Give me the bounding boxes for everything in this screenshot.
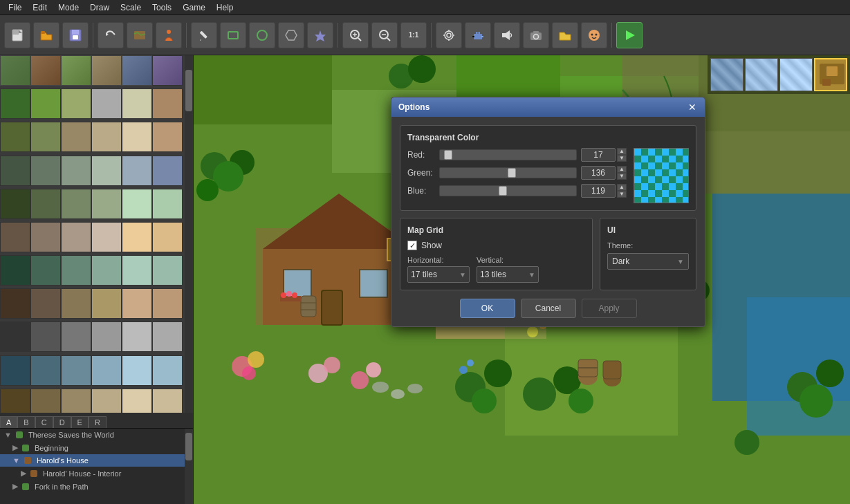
green-decrement-button[interactable]: ▼ xyxy=(617,173,627,180)
toolbar-pencil-button[interactable] xyxy=(191,22,217,48)
tile-cell[interactable] xyxy=(91,355,122,386)
tile-cell[interactable] xyxy=(0,222,30,252)
toolbar-zoom100-button[interactable]: 1:1 xyxy=(400,22,427,48)
tile-cell[interactable] xyxy=(91,55,122,86)
tab-c[interactable]: C xyxy=(35,416,53,428)
layer-item-harolds-interior[interactable]: ▶ Harold' House - Interior xyxy=(0,467,193,480)
tile-cell[interactable] xyxy=(122,156,152,186)
tile-cell[interactable] xyxy=(152,389,183,413)
tab-e[interactable]: E xyxy=(71,416,89,428)
tile-cell[interactable] xyxy=(91,189,122,219)
layer-item-fork[interactable]: ▶ Fork in the Path xyxy=(0,480,193,493)
ok-button[interactable]: OK xyxy=(460,299,515,318)
mini-tile-3[interactable] xyxy=(779,58,813,91)
menu-draw[interactable]: Draw xyxy=(84,1,115,14)
menu-help[interactable]: Help xyxy=(211,1,239,14)
tab-a[interactable]: A xyxy=(0,416,17,428)
toolbar-zoomout-button[interactable] xyxy=(371,22,398,48)
blue-slider-track[interactable] xyxy=(439,185,577,196)
toolbar-folder-button[interactable] xyxy=(552,22,578,48)
red-increment-button[interactable]: ▲ xyxy=(617,148,627,155)
tile-cell[interactable] xyxy=(61,55,91,86)
tab-r[interactable]: R xyxy=(89,416,107,428)
tile-cell[interactable] xyxy=(152,122,183,152)
blue-slider-thumb[interactable] xyxy=(499,186,507,196)
blue-increment-button[interactable]: ▲ xyxy=(617,184,627,191)
green-slider-thumb[interactable] xyxy=(508,168,516,178)
tile-cell[interactable] xyxy=(30,55,61,86)
tile-cell[interactable] xyxy=(0,122,30,152)
tile-cell[interactable] xyxy=(0,189,30,219)
toolbar-rect-button[interactable] xyxy=(220,22,246,48)
tile-cell[interactable] xyxy=(0,321,30,352)
tile-cell[interactable] xyxy=(0,255,30,286)
tile-cell[interactable] xyxy=(122,288,152,319)
toolbar-undo-button[interactable] xyxy=(98,22,124,48)
red-value-input[interactable] xyxy=(581,148,616,162)
tile-cell[interactable] xyxy=(122,189,152,219)
toolbar-select-button[interactable] xyxy=(307,22,333,48)
tile-cell[interactable] xyxy=(61,355,91,386)
green-slider-track[interactable] xyxy=(439,167,577,178)
tile-grid-scrollbar[interactable] xyxy=(185,55,193,413)
toolbar-fill-button[interactable] xyxy=(278,22,304,48)
tab-d[interactable]: D xyxy=(53,416,71,428)
vertical-tiles-select[interactable]: 13 tiles ▼ xyxy=(477,266,539,283)
menu-mode[interactable]: Mode xyxy=(53,1,84,14)
tile-cell[interactable] xyxy=(122,355,152,386)
cancel-button[interactable]: Cancel xyxy=(521,299,576,318)
tile-cell[interactable] xyxy=(30,222,61,252)
tile-cell[interactable] xyxy=(152,88,183,119)
red-slider-thumb[interactable] xyxy=(444,150,452,160)
dialog-close-button[interactable]: ✕ xyxy=(687,102,698,113)
tile-cell[interactable] xyxy=(30,389,61,413)
tile-cell[interactable] xyxy=(61,389,91,413)
theme-select[interactable]: Dark ▼ xyxy=(607,253,689,270)
tile-cell[interactable] xyxy=(0,355,30,386)
tile-cell[interactable] xyxy=(152,156,183,186)
tab-b[interactable]: B xyxy=(17,416,35,428)
toolbar-circle-button[interactable] xyxy=(249,22,275,48)
green-increment-button[interactable]: ▲ xyxy=(617,166,627,173)
tile-grid[interactable] xyxy=(0,55,193,413)
tile-cell[interactable] xyxy=(0,288,30,319)
tile-cell[interactable] xyxy=(30,122,61,152)
green-value-input[interactable] xyxy=(581,166,616,180)
tile-cell[interactable] xyxy=(0,88,30,119)
toolbar-zoomin-button[interactable] xyxy=(342,22,369,48)
toolbar-camera-button[interactable] xyxy=(523,22,549,48)
toolbar-sound-button[interactable] xyxy=(494,22,520,48)
mini-tile-2[interactable] xyxy=(745,58,778,91)
apply-button[interactable]: Apply xyxy=(582,299,637,318)
horizontal-tiles-select[interactable]: 17 tiles ▼ xyxy=(407,266,470,283)
toolbar-layers-button[interactable] xyxy=(436,22,462,48)
tile-cell[interactable] xyxy=(61,122,91,152)
tile-cell[interactable] xyxy=(61,222,91,252)
tile-cell[interactable] xyxy=(122,88,152,119)
tile-cell[interactable] xyxy=(61,288,91,319)
tile-cell[interactable] xyxy=(122,321,152,352)
tile-cell[interactable] xyxy=(122,122,152,152)
tile-cell[interactable] xyxy=(152,288,183,319)
tile-cell[interactable] xyxy=(152,321,183,352)
menu-tools[interactable]: Tools xyxy=(147,1,177,14)
tile-cell[interactable] xyxy=(91,389,122,413)
tile-cell[interactable] xyxy=(61,321,91,352)
red-slider-track[interactable] xyxy=(439,149,577,160)
tile-cell[interactable] xyxy=(0,389,30,413)
layer-list-scrollbar[interactable] xyxy=(185,429,193,504)
map-area[interactable]: Options ✕ Transparent Color Red: xyxy=(194,55,850,504)
blue-decrement-button[interactable]: ▼ xyxy=(617,191,627,198)
layer-scrollbar-thumb[interactable] xyxy=(185,433,192,460)
layer-item-harolds-house[interactable]: ▼ Harold's House xyxy=(0,454,193,467)
tile-cell[interactable] xyxy=(0,55,30,86)
tile-cell[interactable] xyxy=(152,222,183,252)
blue-value-input[interactable] xyxy=(581,184,616,198)
tile-cell[interactable] xyxy=(30,88,61,119)
tile-cell[interactable] xyxy=(152,355,183,386)
tile-cell[interactable] xyxy=(91,156,122,186)
tile-cell[interactable] xyxy=(0,156,30,186)
menu-scale[interactable]: Scale xyxy=(115,1,147,14)
tile-cell[interactable] xyxy=(61,255,91,286)
tile-cell[interactable] xyxy=(152,55,183,86)
